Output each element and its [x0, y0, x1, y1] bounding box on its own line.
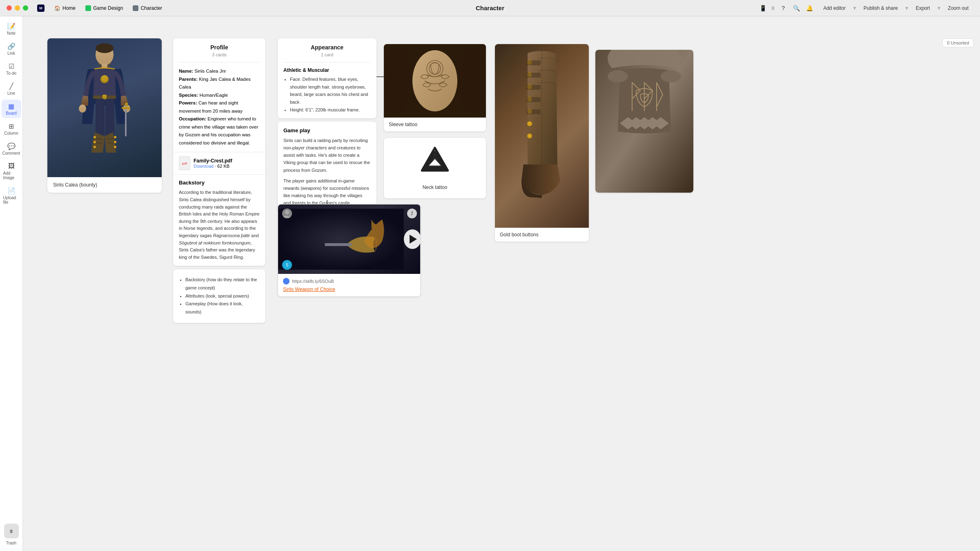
nav-items: M 🏠 Home Game Design Character [33, 3, 166, 13]
bullets-list: Backstory (how do they relate to the gam… [179, 276, 260, 316]
sidebar-item-todo[interactable]: ☑ To-do [2, 60, 21, 78]
svg-point-19 [94, 141, 96, 143]
sleeve-tattoo-card: Sleeve tattoo [384, 44, 486, 131]
sidebar-item-column[interactable]: ⊞ Column [2, 120, 21, 138]
game-design-icon [85, 5, 91, 11]
valknut-symbol [419, 146, 451, 179]
appearance-title: Appearance [278, 38, 376, 52]
backstory-title: Backstory [179, 180, 260, 186]
bell-icon[interactable]: 🔔 [805, 4, 813, 12]
home-icon: 🏠 [54, 5, 60, 11]
search-icon[interactable]: 🔍 [792, 4, 800, 12]
species-label: Species: [179, 93, 198, 98]
svg-rect-11 [125, 103, 128, 106]
nav-miro[interactable]: M [33, 3, 49, 13]
pdf-size: · 62 KB [215, 164, 229, 169]
add-editor-button[interactable]: Add editor [823, 5, 846, 11]
video-url-row: https://skfb.ly/6SOuB [283, 278, 415, 284]
video-link[interactable]: Siriis Weapon of Choice [283, 287, 335, 292]
character-name: Siriis Calea (bounty) [53, 182, 97, 188]
video-avatar [282, 209, 292, 218]
backstory-text: According to the traditional literature,… [179, 189, 260, 261]
sidebar-item-upload[interactable]: 📄 Upload file [2, 184, 21, 207]
publish-share-button[interactable]: Publish & share [864, 5, 898, 11]
pdf-download-link[interactable]: Download [194, 164, 214, 169]
traffic-lights [7, 5, 28, 11]
nav-game-design[interactable]: Game Design [81, 4, 127, 13]
share-icon[interactable]: ⤴ [407, 209, 417, 218]
notification-count: 0 [772, 6, 774, 11]
line-icon: ╱ [7, 82, 16, 90]
device-icon[interactable]: 📱 [759, 4, 767, 12]
athletic-label: Athletic & Muscular [283, 67, 371, 73]
sidebar-item-board[interactable]: ▦ Board [2, 100, 21, 118]
help-icon[interactable]: ? [779, 4, 787, 12]
boot-svg [509, 50, 575, 222]
svg-point-1 [96, 43, 114, 53]
sidebar-item-note[interactable]: 📝 Note [2, 20, 21, 38]
trash-label: Trash [6, 541, 16, 545]
neck-tattoo-card: Neck tattoo [384, 138, 486, 198]
sidebar-item-add-image[interactable]: 🖼 Add Image [2, 160, 21, 182]
titlebar-icons: 📱 0 ? 🔍 🔔 [759, 4, 813, 12]
pdf-name: Family-Crest.pdf [194, 158, 232, 164]
titlebar-right: 📱 0 ? 🔍 🔔 Add editor ▼ Publish & share ▼… [759, 4, 973, 12]
nav-character-label: Character [140, 5, 162, 11]
character-icon [133, 5, 138, 11]
video-card: ⤴ S https://skfb.ly/6SOuB Siriis Weapon … [278, 204, 421, 297]
sidebar-upload-label: Upload file [3, 196, 20, 204]
svg-rect-48 [526, 85, 541, 90]
occupation-label: Occupation: [179, 116, 206, 121]
maximize-button[interactable] [23, 5, 28, 11]
link-icon: 🔗 [7, 42, 16, 50]
svg-point-22 [114, 141, 116, 143]
zoom-out-button[interactable]: Zoom out [948, 5, 969, 11]
svg-rect-47 [526, 73, 541, 78]
svg-point-23 [114, 146, 116, 148]
svg-rect-13 [105, 99, 114, 136]
unsorted-badge: 0 Unsorted [942, 38, 973, 47]
svg-rect-55 [325, 243, 352, 246]
svg-point-7 [79, 104, 86, 113]
bullet-item: Backstory (how do they relate to the gam… [185, 276, 260, 292]
video-url: https://skfb.ly/6SOuB [292, 279, 334, 284]
character-image-card: Siriis Calea (bounty) [47, 38, 162, 193]
gameplay-text1: Siriis can build a raiding party by recr… [283, 137, 371, 174]
parents-label: Parents: [179, 77, 198, 82]
play-button[interactable] [404, 229, 421, 249]
minimize-button[interactable] [15, 5, 20, 11]
profile-subtitle: 3 cards [173, 52, 265, 57]
svg-point-21 [114, 136, 116, 138]
profile-occupation: Occupation: Engineer who turned to crime… [179, 115, 260, 147]
profile-powers: Powers: Can hear and sight movement from… [179, 99, 260, 115]
sidebar-item-line[interactable]: ╱ Line [2, 80, 21, 98]
sidebar: 📝 Note 🔗 Link ☑ To-do ╱ Line ▦ Board ⊞ C… [0, 16, 23, 551]
height-item: Height: 6'1", 220lb muscular frame. [290, 106, 371, 114]
gold-boot-card: Gold boot buttons [495, 44, 589, 242]
sidebar-link-label: Link [7, 51, 15, 56]
bullet-item: Attributes (look, special powers) [185, 292, 260, 300]
comment-icon: 💬 [7, 142, 16, 150]
sidebar-column-label: Column [4, 131, 18, 136]
neck-tattoo-label: Neck tattoo [423, 184, 448, 190]
sidebar-item-comment[interactable]: 💬 Comment [2, 140, 21, 158]
export-button[interactable]: Export [916, 5, 930, 11]
sidebar-item-link[interactable]: 🔗 Link [2, 40, 21, 58]
appearance-card: Appearance 1 card Athletic & Muscular Fa… [278, 38, 376, 118]
sidebar-item-trash[interactable]: 🗑 Trash [2, 521, 21, 548]
svg-rect-10 [122, 107, 130, 109]
video-bottom: https://skfb.ly/6SOuB Siriis Weapon of C… [278, 274, 420, 296]
nav-home[interactable]: 🏠 Home [50, 4, 80, 13]
gameplay-title: Game play [283, 127, 371, 133]
unsorted-count: 0 Unsorted [947, 40, 969, 45]
gold-boot-label: Gold boot buttons [495, 228, 589, 242]
armor-card [595, 50, 693, 193]
profile-name: Name: Siriis Calea Jnr [179, 67, 260, 76]
bullet-item: Gameplay (How does it look, sounds) [185, 300, 260, 316]
close-button[interactable] [7, 5, 12, 11]
svg-rect-12 [96, 99, 105, 136]
character-svg [72, 42, 137, 173]
pdf-info: Family-Crest.pdf Download · 62 KB [194, 158, 232, 169]
backstory-section: Backstory According to the traditional l… [173, 175, 265, 266]
nav-character[interactable]: Character [129, 4, 166, 13]
